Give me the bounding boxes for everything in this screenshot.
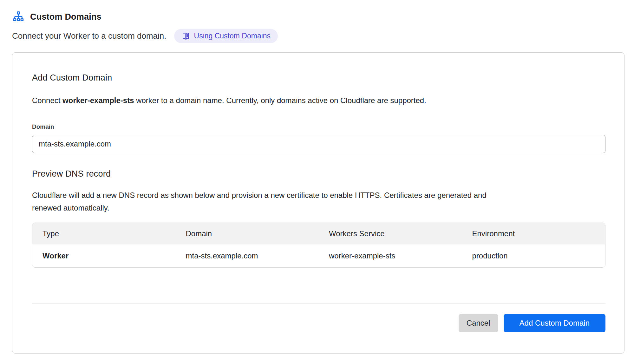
custom-domains-page: Custom Domains Connect your Worker to a …	[0, 0, 634, 354]
page-subtitle: Connect your Worker to a custom domain.	[12, 31, 167, 41]
preview-dns-heading: Preview DNS record	[32, 169, 605, 179]
table-header-row: Type Domain Workers Service Environment	[32, 223, 605, 244]
domain-input[interactable]	[32, 135, 605, 153]
preview-dns-description: Cloudflare will add a new DNS record as …	[32, 189, 495, 214]
column-header-environment: Environment	[462, 223, 605, 244]
domain-field-label: Domain	[32, 123, 605, 130]
add-custom-domain-button[interactable]: Add Custom Domain	[504, 314, 605, 332]
dns-preview-table: Type Domain Workers Service Environment …	[32, 223, 605, 268]
card-heading: Add Custom Domain	[32, 73, 605, 83]
page-title: Custom Domains	[30, 12, 101, 22]
column-header-domain: Domain	[176, 223, 319, 244]
cell-workers-service: worker-example-sts	[319, 244, 462, 267]
sitemap-icon	[12, 10, 25, 23]
open-book-icon	[181, 32, 190, 40]
footer-divider	[32, 303, 605, 304]
add-custom-domain-card: Add Custom Domain Connect worker-example…	[12, 52, 624, 354]
table-row: Worker mta-sts.example.com worker-exampl…	[32, 244, 605, 267]
docs-link-using-custom-domains[interactable]: Using Custom Domains	[174, 29, 278, 43]
intro-prefix: Connect	[32, 96, 62, 105]
column-header-type: Type	[32, 223, 176, 244]
docs-link-label: Using Custom Domains	[194, 32, 271, 40]
column-header-workers-service: Workers Service	[319, 223, 462, 244]
page-header: Custom Domains	[12, 10, 624, 24]
intro-suffix: worker to a domain name. Currently, only…	[134, 96, 426, 105]
card-intro-text: Connect worker-example-sts worker to a d…	[32, 94, 605, 107]
page-subtitle-row: Connect your Worker to a custom domain. …	[12, 29, 624, 43]
cell-environment: production	[462, 244, 605, 267]
cancel-button[interactable]: Cancel	[459, 314, 498, 332]
cell-type: Worker	[32, 244, 176, 267]
cell-domain: mta-sts.example.com	[176, 244, 319, 267]
worker-name: worker-example-sts	[62, 96, 134, 105]
card-actions: Cancel Add Custom Domain	[32, 314, 605, 332]
